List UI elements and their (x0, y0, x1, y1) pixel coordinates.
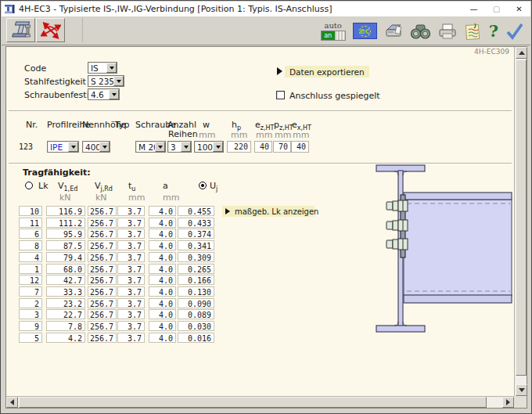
minimize-button[interactable]: — (462, 2, 485, 16)
chevron-down-icon[interactable] (99, 142, 110, 152)
scroll-left-button[interactable] (6, 397, 18, 408)
pzht-unit: mm (275, 130, 291, 140)
cell-v1ed: 7.8 (46, 321, 85, 331)
print-icon[interactable] (438, 23, 457, 40)
load-case-row[interactable]: 1242.7256.73.74.00.166 (6, 275, 272, 286)
load-case-row[interactable]: 11111.2256.73.74.00.433 (6, 218, 272, 229)
chevron-down-icon[interactable] (106, 63, 117, 73)
exht-field[interactable]: 40 (291, 141, 309, 153)
auto-label: auto (321, 22, 346, 30)
cell-lk: 12 (19, 275, 42, 285)
w-unit: mm (199, 130, 215, 140)
cell-lk: 10 (19, 206, 42, 216)
bolt-grade-select[interactable]: 4.6 (88, 88, 120, 100)
help-icon[interactable]: ? (489, 23, 498, 40)
mirror-connection-checkbox[interactable] (276, 91, 285, 99)
horizontal-scroll-thumb[interactable] (19, 397, 487, 408)
auto-on-state: an (322, 31, 335, 40)
cell-v1ed: 23.2 (46, 298, 85, 308)
load-case-row[interactable]: 887.5256.73.74.00.341 (6, 240, 272, 251)
chevron-down-icon[interactable] (68, 142, 78, 152)
cell-vjrd: 256.7 (88, 321, 117, 331)
load-case-row[interactable]: 733.3256.73.74.00.130 (6, 286, 272, 297)
content-frame: 4H-EC309 Code IS Stahlfestigkeit S 235 S… (5, 46, 527, 409)
load-case-row[interactable]: 54.2256.73.74.00.016 (6, 333, 272, 344)
scroll-down-button[interactable] (516, 384, 527, 396)
chevron-down-icon[interactable] (181, 142, 191, 152)
cell-lk: 11 (19, 218, 42, 228)
show-governing-lk-button[interactable]: maßgeb. Lk anzeigen (222, 206, 315, 217)
profile-number: 123 (19, 142, 33, 151)
cell-v1ed: 79.4 (46, 252, 85, 262)
chevron-down-icon[interactable] (213, 142, 223, 152)
scroll-up-button[interactable] (516, 47, 527, 59)
cell-uj: 0.341 (178, 240, 214, 250)
vjrd-unit: kN (95, 193, 107, 203)
cell-a: 4.0 (149, 206, 176, 216)
schraube-select[interactable]: M 20 (135, 141, 166, 153)
eurocode-button[interactable]: ec (353, 23, 377, 39)
w-select[interactable]: 100 (194, 141, 224, 153)
load-case-row[interactable]: 168.0256.73.74.00.265 (6, 264, 272, 275)
cell-tu: 3.7 (117, 321, 145, 331)
app-icon (5, 4, 15, 14)
auto-toggle[interactable]: auto an (321, 22, 346, 41)
sort-by-lk-radio[interactable] (25, 182, 33, 189)
cell-v1ed: 22.7 (46, 309, 85, 319)
export-data-button[interactable]: Daten exportieren (285, 66, 369, 77)
cell-v1ed: 87.5 (46, 240, 85, 250)
scroll-down-icon (519, 388, 525, 392)
load-case-row[interactable]: 479.4256.73.74.00.309 (6, 252, 272, 263)
nennhoehe-select[interactable]: 400 (82, 141, 110, 153)
reihen-header: Reihen (168, 129, 198, 139)
cell-tu: 3.7 (117, 333, 145, 343)
cell-lk: 2 (19, 298, 42, 308)
cell-tu: 3.7 (117, 252, 145, 262)
hp-field[interactable]: 220 (227, 141, 251, 153)
cell-tu: 3.7 (117, 240, 145, 250)
loads-button[interactable] (36, 18, 65, 42)
cell-v1ed: 95.9 (46, 229, 85, 239)
cell-tu: 3.7 (117, 229, 145, 239)
code-select[interactable]: IS (88, 62, 117, 74)
cell-v1ed: 68.0 (46, 264, 85, 274)
load-case-row[interactable]: 223.2256.73.74.00.090 (6, 298, 272, 309)
scrollbar-corner (514, 396, 527, 408)
cell-a: 4.0 (149, 252, 176, 262)
scroll-right-button[interactable] (502, 397, 514, 408)
pzht-field[interactable]: 70 (273, 141, 291, 153)
copy-icon[interactable] (384, 22, 403, 41)
cell-tu: 3.7 (117, 286, 145, 297)
profile-connection-button[interactable] (6, 18, 35, 42)
load-case-row[interactable]: 97.8256.73.74.00.030 (6, 321, 272, 332)
notes-icon[interactable] (464, 22, 482, 41)
vertical-scroll-thumb[interactable] (516, 59, 527, 376)
vertical-scrollbar[interactable] (514, 47, 527, 396)
close-button[interactable]: ✕ (508, 2, 530, 16)
w-header: w (203, 120, 210, 130)
maximize-button[interactable]: ▢ (485, 2, 508, 16)
cell-vjrd: 256.7 (88, 206, 117, 216)
scroll-left-icon (10, 399, 14, 405)
code-label: Code (24, 63, 46, 74)
load-case-row[interactable]: 322.7256.73.74.00.089 (6, 309, 272, 320)
confirm-check-icon[interactable] (505, 22, 524, 40)
cell-tu: 3.7 (117, 275, 145, 285)
anzahl-reihen-select[interactable]: 3 (167, 141, 192, 153)
chevron-down-icon[interactable] (113, 76, 124, 86)
load-case-row[interactable]: 695.9256.73.74.00.374 (6, 229, 272, 239)
titlebar[interactable]: 4H-EC3 - Typisierte IS-,IW-,IG-Verbindun… (2, 2, 530, 16)
cell-tu: 3.7 (117, 298, 145, 308)
cell-a: 4.0 (149, 240, 176, 250)
window-title: 4H-EC3 - Typisierte IS-,IW-,IG-Verbindun… (19, 4, 332, 14)
sort-by-uj-radio[interactable] (199, 182, 207, 189)
cell-tu: 3.7 (117, 218, 145, 228)
horizontal-scrollbar[interactable] (6, 396, 514, 408)
steel-grade-select[interactable]: S 235 (88, 75, 124, 87)
a-header: a (163, 181, 168, 191)
chevron-down-icon[interactable] (155, 142, 165, 152)
chevron-down-icon[interactable] (109, 89, 119, 99)
ezht-field[interactable]: 40 (254, 141, 272, 153)
search-binoculars-icon[interactable] (410, 23, 431, 40)
profilreihe-select[interactable]: IPE (47, 141, 79, 153)
